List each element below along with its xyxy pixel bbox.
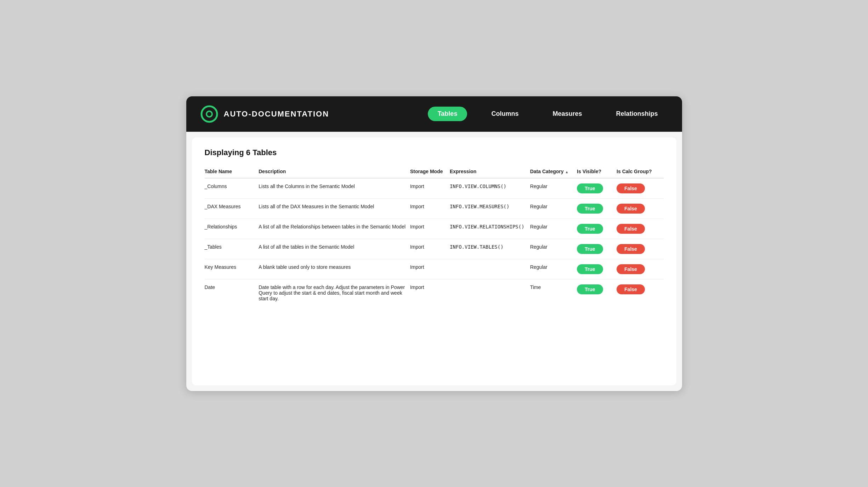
logo-text: AUTO-DOCUMENTATION	[224, 109, 329, 119]
cell-visible: True	[577, 178, 617, 199]
badge-calcgroup: False	[617, 244, 645, 254]
cell-visible: True	[577, 279, 617, 306]
cell-description: Date table with a row for each day. Adju…	[259, 279, 410, 306]
page-title: Displaying 6 Tables	[205, 148, 664, 157]
cell-calcgroup: False	[617, 219, 663, 239]
table-header: Table NameDescriptionStorage ModeExpress…	[205, 165, 664, 178]
header: AUTO-DOCUMENTATION TablesColumnsMeasures…	[186, 96, 682, 132]
cell-expression: INFO.VIEW.RELATIONSHIPS()	[450, 219, 530, 239]
cell-visible: True	[577, 239, 617, 259]
cell-description: A list of all the Relationships between …	[259, 219, 410, 239]
nav-item-relationships[interactable]: Relationships	[606, 107, 668, 121]
table-body: _ColumnsLists all the Columns in the Sem…	[205, 178, 664, 306]
cell-storage: Import	[410, 279, 450, 306]
th-category[interactable]: Data Category▲	[530, 165, 577, 178]
nav-area: TablesColumnsMeasuresRelationships	[428, 107, 668, 121]
cell-name: _Tables	[205, 239, 259, 259]
badge-calcgroup: False	[617, 204, 645, 214]
badge-calcgroup: False	[617, 264, 645, 274]
cell-visible: True	[577, 198, 617, 219]
th-name: Table Name	[205, 165, 259, 178]
cell-calcgroup: False	[617, 178, 663, 199]
cell-storage: Import	[410, 239, 450, 259]
table-row: _DAX MeasuresLists all of the DAX Measur…	[205, 198, 664, 219]
th-calcgroup: Is Calc Group?	[617, 165, 663, 178]
cell-calcgroup: False	[617, 279, 663, 306]
badge-visible: True	[577, 204, 603, 214]
cell-storage: Import	[410, 219, 450, 239]
cell-storage: Import	[410, 198, 450, 219]
cell-name: _Relationships	[205, 219, 259, 239]
table-row: DateDate table with a row for each day. …	[205, 279, 664, 306]
cell-category: Regular	[530, 259, 577, 279]
cell-category: Regular	[530, 239, 577, 259]
badge-calcgroup: False	[617, 224, 645, 234]
logo-area: AUTO-DOCUMENTATION	[200, 105, 329, 123]
cell-category: Time	[530, 279, 577, 306]
badge-visible: True	[577, 183, 603, 193]
cell-calcgroup: False	[617, 259, 663, 279]
cell-expression: INFO.VIEW.TABLES()	[450, 239, 530, 259]
nav-item-measures[interactable]: Measures	[543, 107, 592, 121]
table-row: Key MeasuresA blank table used only to s…	[205, 259, 664, 279]
cell-calcgroup: False	[617, 198, 663, 219]
cell-name: Key Measures	[205, 259, 259, 279]
cell-calcgroup: False	[617, 239, 663, 259]
logo-icon	[200, 105, 218, 123]
app-container: AUTO-DOCUMENTATION TablesColumnsMeasures…	[186, 96, 682, 391]
th-visible: Is Visible?	[577, 165, 617, 178]
badge-visible: True	[577, 264, 603, 274]
cell-expression	[450, 259, 530, 279]
th-storage: Storage Mode	[410, 165, 450, 178]
th-expression: Expression	[450, 165, 530, 178]
badge-calcgroup: False	[617, 183, 645, 193]
cell-description: Lists all the Columns in the Semantic Mo…	[259, 178, 410, 199]
cell-description: A list of all the tables in the Semantic…	[259, 239, 410, 259]
header-row: Table NameDescriptionStorage ModeExpress…	[205, 165, 664, 178]
cell-storage: Import	[410, 178, 450, 199]
cell-expression: INFO.VIEW.COLUMNS()	[450, 178, 530, 199]
cell-category: Regular	[530, 178, 577, 199]
badge-visible: True	[577, 244, 603, 254]
cell-description: A blank table used only to store measure…	[259, 259, 410, 279]
cell-description: Lists all of the DAX Measures in the Sem…	[259, 198, 410, 219]
badge-visible: True	[577, 284, 603, 294]
cell-name: _Columns	[205, 178, 259, 199]
cell-expression	[450, 279, 530, 306]
table-row: _TablesA list of all the tables in the S…	[205, 239, 664, 259]
cell-category: Regular	[530, 198, 577, 219]
badge-calcgroup: False	[617, 284, 645, 294]
nav-item-tables[interactable]: Tables	[428, 107, 467, 121]
main-content: Displaying 6 Tables Table NameDescriptio…	[192, 137, 676, 385]
th-description: Description	[259, 165, 410, 178]
cell-visible: True	[577, 219, 617, 239]
table-row: _RelationshipsA list of all the Relation…	[205, 219, 664, 239]
table-row: _ColumnsLists all the Columns in the Sem…	[205, 178, 664, 199]
cell-category: Regular	[530, 219, 577, 239]
sort-icon-category: ▲	[565, 170, 569, 174]
nav-item-columns[interactable]: Columns	[481, 107, 528, 121]
cell-storage: Import	[410, 259, 450, 279]
cell-visible: True	[577, 259, 617, 279]
badge-visible: True	[577, 224, 603, 234]
cell-expression: INFO.VIEW.MEASURES()	[450, 198, 530, 219]
cell-name: _DAX Measures	[205, 198, 259, 219]
data-table: Table NameDescriptionStorage ModeExpress…	[205, 165, 664, 306]
svg-point-2	[208, 113, 210, 115]
cell-name: Date	[205, 279, 259, 306]
